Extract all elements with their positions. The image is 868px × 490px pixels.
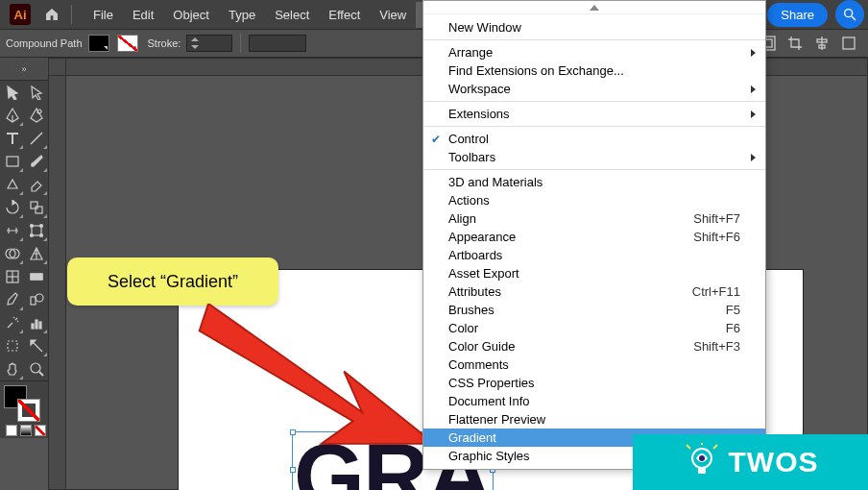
menu-item-find-extensions-on-exchange-[interactable]: Find Extensions on Exchange... bbox=[423, 61, 765, 80]
ruler-corner bbox=[49, 59, 66, 76]
menu-item-label: Artboards bbox=[448, 248, 502, 262]
search-icon bbox=[842, 7, 857, 22]
fill-mode-color[interactable] bbox=[6, 425, 17, 436]
shaper-tool[interactable] bbox=[0, 173, 24, 196]
menu-item-align[interactable]: AlignShift+F7 bbox=[423, 209, 765, 228]
svg-point-26 bbox=[36, 294, 43, 302]
fill-swatch[interactable] bbox=[88, 35, 109, 52]
toolbox-header[interactable]: » bbox=[0, 58, 48, 81]
rotate-tool[interactable] bbox=[0, 196, 24, 219]
menu-item-3d-and-materials[interactable]: 3D and Materials bbox=[423, 173, 765, 191]
menu-item-control[interactable]: Control bbox=[423, 130, 765, 148]
menu-item-appearance[interactable]: AppearanceShift+F6 bbox=[423, 228, 765, 246]
menu-item-type[interactable]: Type bbox=[219, 2, 265, 28]
menu-item-label: Color Guide bbox=[448, 339, 515, 354]
gradient-tool[interactable] bbox=[24, 265, 48, 288]
menu-item-flattener-preview[interactable]: Flattener Preview bbox=[423, 410, 765, 429]
menu-item-brushes[interactable]: BrushesF5 bbox=[423, 301, 765, 319]
menu-item-workspace[interactable]: Workspace bbox=[423, 80, 765, 98]
rectangle-tool[interactable] bbox=[0, 150, 24, 173]
svg-rect-29 bbox=[39, 322, 41, 329]
svg-line-36 bbox=[687, 445, 690, 449]
menu-item-shortcut: F5 bbox=[726, 303, 740, 317]
slice-tool[interactable] bbox=[24, 334, 48, 357]
menu-item-file[interactable]: File bbox=[84, 2, 123, 28]
curvature-tool[interactable] bbox=[24, 104, 48, 127]
menu-item-label: Workspace bbox=[448, 82, 511, 96]
menu-item-effect[interactable]: Effect bbox=[319, 2, 370, 28]
perspective-tool[interactable] bbox=[24, 242, 48, 265]
menu-item-edit[interactable]: Edit bbox=[123, 2, 163, 28]
setup-icon[interactable] bbox=[840, 35, 857, 52]
share-button[interactable]: Share bbox=[767, 3, 828, 27]
menu-item-label: Actions bbox=[448, 193, 490, 208]
graph-tool[interactable] bbox=[24, 311, 48, 334]
menu-item-comments[interactable]: Comments bbox=[423, 355, 765, 374]
eyedropper-tool[interactable] bbox=[0, 288, 24, 311]
menu-item-label: Gradient bbox=[448, 430, 496, 445]
menu-item-color[interactable]: ColorF6 bbox=[423, 319, 765, 337]
menu-item-label: Document Info bbox=[448, 394, 530, 408]
menu-item-color-guide[interactable]: Color GuideShift+F3 bbox=[423, 337, 765, 355]
menu-items: FileEditObjectTypeSelectEffectViewWindow bbox=[84, 2, 479, 28]
menu-item-object[interactable]: Object bbox=[163, 2, 219, 28]
align-icon[interactable] bbox=[813, 35, 831, 52]
menu-item-arrange[interactable]: Arrange bbox=[423, 43, 765, 61]
line-tool[interactable] bbox=[24, 127, 48, 150]
menu-item-css-properties[interactable]: CSS Properties bbox=[423, 374, 765, 392]
menu-item-view[interactable]: View bbox=[370, 2, 416, 28]
svg-point-17 bbox=[39, 234, 42, 237]
svg-point-16 bbox=[30, 234, 33, 237]
dropdown-scroll-up[interactable] bbox=[423, 1, 765, 14]
paintbrush-tool[interactable] bbox=[24, 150, 48, 173]
menu-item-toolbars[interactable]: Toolbars bbox=[423, 148, 765, 166]
menu-item-document-info[interactable]: Document Info bbox=[423, 392, 765, 410]
home-icon[interactable] bbox=[40, 3, 63, 26]
artboard-tool[interactable] bbox=[0, 334, 24, 357]
eraser-tool[interactable] bbox=[24, 173, 48, 196]
stroke-weight-input[interactable] bbox=[186, 35, 232, 52]
pen-tool[interactable] bbox=[0, 104, 24, 127]
mesh-tool[interactable] bbox=[0, 265, 24, 288]
search-button[interactable] bbox=[835, 0, 864, 29]
menu-item-shortcut: Shift+F3 bbox=[693, 339, 740, 354]
blend-tool[interactable] bbox=[24, 288, 48, 311]
menu-item-attributes[interactable]: AttributesCtrl+F11 bbox=[423, 282, 765, 301]
crop-icon[interactable] bbox=[786, 35, 804, 52]
free-transform-tool[interactable] bbox=[24, 219, 48, 242]
fill-mode-none[interactable] bbox=[35, 425, 46, 436]
svg-rect-25 bbox=[31, 297, 36, 305]
direct-selection-tool[interactable] bbox=[24, 81, 48, 104]
scale-tool[interactable] bbox=[24, 196, 48, 219]
shape-builder-tool[interactable] bbox=[0, 242, 24, 265]
svg-point-14 bbox=[30, 225, 33, 228]
menu-item-label: Attributes bbox=[448, 284, 501, 299]
svg-line-32 bbox=[39, 372, 43, 376]
menu-item-new-window[interactable]: New Window bbox=[423, 18, 765, 37]
menu-item-extensions[interactable]: Extensions bbox=[423, 105, 765, 123]
menu-item-asset-export[interactable]: Asset Export bbox=[423, 264, 765, 282]
width-tool[interactable] bbox=[0, 219, 24, 242]
submenu-arrow-icon bbox=[751, 110, 756, 118]
app-icon: Ai bbox=[10, 4, 31, 25]
selection-tool[interactable] bbox=[0, 81, 24, 104]
svg-rect-12 bbox=[36, 207, 42, 213]
menu-item-actions[interactable]: Actions bbox=[423, 191, 765, 209]
stroke-swatch[interactable] bbox=[117, 35, 138, 52]
fill-mode-gradient[interactable] bbox=[20, 425, 32, 436]
symbol-sprayer-tool[interactable] bbox=[0, 311, 24, 334]
menu-item-artboards[interactable]: Artboards bbox=[423, 246, 765, 264]
brush-definition-dropdown[interactable] bbox=[249, 35, 306, 52]
menu-item-shortcut: Shift+F6 bbox=[693, 230, 740, 244]
type-tool[interactable] bbox=[0, 127, 24, 150]
menu-item-label: Align bbox=[448, 211, 476, 226]
menu-item-select[interactable]: Select bbox=[265, 2, 319, 28]
hand-tool[interactable] bbox=[0, 357, 24, 380]
menu-item-label: Asset Export bbox=[448, 266, 519, 281]
menu-item-label: Extensions bbox=[448, 107, 510, 121]
fill-stroke-swatches[interactable] bbox=[0, 380, 48, 423]
zoom-tool[interactable] bbox=[24, 357, 48, 380]
svg-point-15 bbox=[39, 225, 42, 228]
menu-item-label: Toolbars bbox=[448, 150, 495, 164]
stroke-color-switch[interactable] bbox=[17, 399, 40, 422]
